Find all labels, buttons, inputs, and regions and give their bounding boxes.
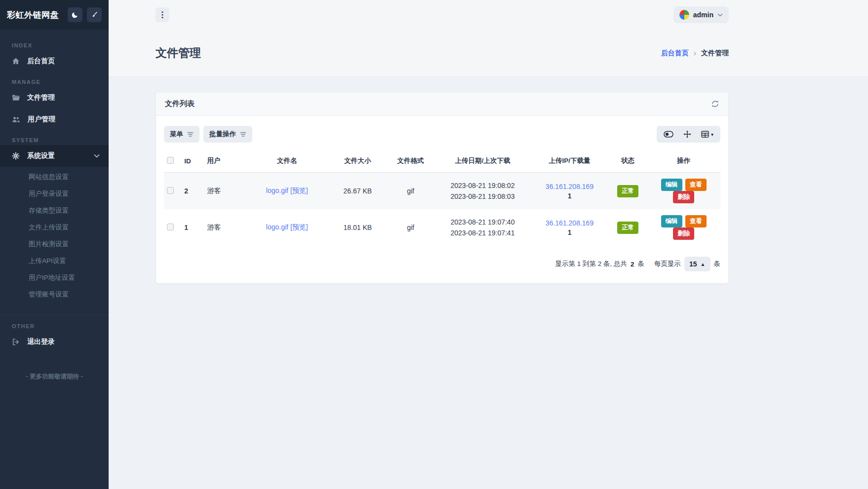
breadcrumb-separator-icon: › [694,49,696,58]
edit-button[interactable]: 编辑 [661,179,682,191]
card-body: 菜单 批量操作 [156,116,728,283]
submenu-storage-type[interactable]: 存储类型设置 [0,202,109,219]
brush-icon [91,11,98,18]
brand-title: 彩虹外链网盘 [7,9,63,21]
batch-actions-button[interactable]: 批量操作 [203,126,252,143]
admin-username: admin [693,11,713,19]
file-list-card: 文件列表 [156,92,729,284]
cell-format: gif [386,209,435,246]
per-page-select[interactable]: 15 ▲ [684,257,710,271]
view-button[interactable]: 查看 [685,179,707,191]
col-format: 文件格式 [386,150,435,173]
row-checkbox[interactable] [167,187,174,194]
sidebar-item-users[interactable]: 用户管理 [0,109,109,130]
cell-size: 18.01 KB [329,209,387,246]
cell-id: 2 [181,173,204,210]
table-toolbar: 菜单 批量操作 [164,126,720,143]
status-badge: 正常 [617,185,638,197]
cell-size: 26.67 KB [329,173,387,210]
table-row: 1 游客 logo.gif [预览] 18.01 KB gif 2023-08-… [164,209,720,246]
cell-actions: 编辑查看删除 [647,173,720,210]
col-ip: 上传IP/下载量 [530,150,609,173]
cell-user: 游客 [204,173,245,210]
sidebar-footer-note: - 更多功能敬请期待 - [0,360,109,396]
cell-id: 1 [181,209,204,246]
chevron-down-icon [94,154,100,158]
table-icon [701,131,709,138]
preview-link[interactable]: [预览] [290,187,308,194]
table-row: 2 游客 logo.gif [预览] 26.67 KB gif 2023-08-… [164,173,720,210]
card-header: 文件列表 [156,92,728,116]
table-layout-button[interactable]: ▾ [701,131,713,138]
cell-format: gif [386,173,435,210]
sidebar-header: 彩虹外链网盘 [0,0,109,30]
submenu-user-login[interactable]: 用户登录设置 [0,186,109,202]
submenu-image-check[interactable]: 图片检测设置 [0,236,109,253]
toggle-columns-button[interactable] [664,131,673,138]
submenu-admin-account[interactable]: 管理账号设置 [0,286,109,303]
section-label-index: INDEX [0,42,109,50]
breadcrumb-home-link[interactable]: 后台首页 [661,49,689,58]
col-date: 上传日期/上次下载 [435,150,530,173]
caret-down-icon: ▾ [711,132,713,137]
folder-icon [12,94,20,101]
file-link[interactable]: logo.gif [266,223,288,231]
toggle-icon [664,131,673,138]
preview-link[interactable]: [预览] [290,223,308,231]
main-area: admin 文件管理 后台首页 › 文件管理 文件列表 [109,0,868,489]
menu-button[interactable]: 菜单 [164,126,199,143]
col-id: ID [181,150,204,173]
sidebar-nav: INDEX 后台首页 MANAGE 文件管理 [0,30,109,489]
edit-button[interactable]: 编辑 [661,215,682,227]
filter-lines-icon [240,132,246,137]
card-title: 文件列表 [165,99,195,109]
submenu-upload-api[interactable]: 上传API设置 [0,253,109,269]
move-button[interactable] [683,130,691,138]
section-label-system: SYSTEM [0,137,109,145]
admin-menu-button[interactable]: admin [673,6,729,23]
file-link[interactable]: logo.gif [266,187,288,194]
status-badge: 正常 [617,222,638,234]
cell-dates: 2023-08-21 19:08:02 2023-08-21 19:08:03 [435,173,530,210]
moon-icon [72,11,79,18]
select-all-checkbox[interactable] [167,157,174,164]
page-title: 文件管理 [156,45,201,61]
sidebar-item-logout[interactable]: 退出登录 [0,331,109,353]
per-page-label: 每页显示 [654,260,681,268]
view-button[interactable]: 查看 [685,215,707,227]
delete-button[interactable]: 删除 [673,191,694,203]
breadcrumb: 后台首页 › 文件管理 [661,49,729,58]
row-checkbox[interactable] [167,224,174,230]
pagination: 显示第 1 到第 2 条, 总共 2 条 每页显示 15 ▲ 条 [164,257,720,271]
more-options-button[interactable] [156,7,169,22]
cell-ip: 36.161.208.169 1 [530,209,609,246]
ip-link[interactable]: 36.161.208.169 [533,219,606,227]
refresh-icon [711,100,719,108]
col-status: 状态 [609,150,647,173]
vertical-dots-icon [161,11,163,19]
submenu-user-ip[interactable]: 用户IP地址设置 [0,269,109,286]
delete-button[interactable]: 删除 [673,227,694,240]
sidebar-item-files[interactable]: 文件管理 [0,87,109,109]
refresh-button[interactable] [711,100,719,108]
sidebar-item-system-settings[interactable]: 系统设置 [0,145,109,167]
files-table: ID 用户 文件名 文件大小 文件格式 上传日期/上次下载 上传IP/下载量 状… [164,150,720,246]
table-header-row: ID 用户 文件名 文件大小 文件格式 上传日期/上次下载 上传IP/下载量 状… [164,150,720,173]
submenu-site-info[interactable]: 网站信息设置 [0,169,109,186]
col-size: 文件大小 [329,150,387,173]
page-header: 文件管理 后台首页 › 文件管理 [109,30,868,77]
sidebar-item-home[interactable]: 后台首页 [0,50,109,72]
ip-link[interactable]: 36.161.208.169 [533,183,606,190]
theme-button[interactable] [87,7,102,22]
sidebar: 彩虹外链网盘 INDEX 后台首页 [0,0,109,489]
users-icon [12,116,20,123]
gear-icon [12,152,20,160]
system-submenu: 网站信息设置 用户登录设置 存储类型设置 文件上传设置 图片检测设置 上传API… [0,167,109,308]
cell-user: 游客 [204,209,245,246]
download-count: 1 [533,228,606,236]
section-label-other: OTHER [0,323,109,331]
dark-mode-button[interactable] [68,7,82,22]
submenu-file-upload[interactable]: 文件上传设置 [0,219,109,236]
cell-dates: 2023-08-21 19:07:40 2023-08-21 19:07:41 [435,209,530,246]
section-label-manage: MANAGE [0,79,109,87]
